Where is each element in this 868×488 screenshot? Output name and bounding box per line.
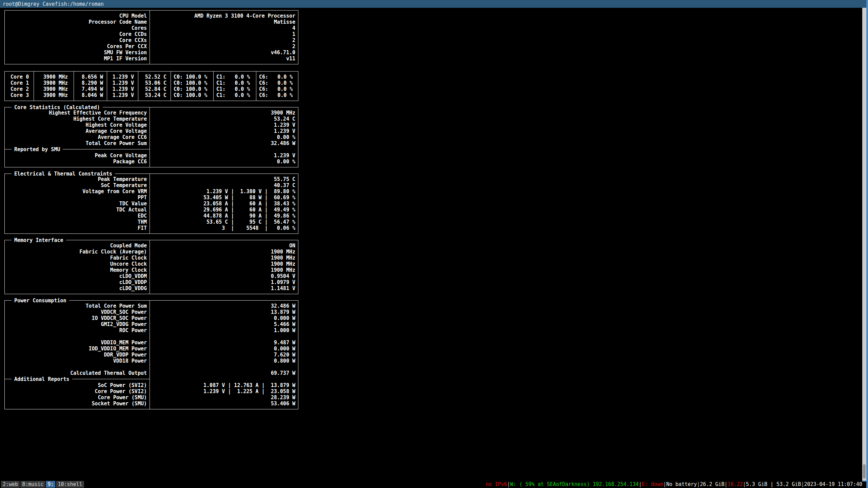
stat-value: 1.1481 V <box>150 285 298 291</box>
stat-value: 53.406 W <box>150 401 298 407</box>
stat-label: Processor Code Name <box>5 19 150 25</box>
column-divider <box>150 11 150 64</box>
ryzen-monitor-output: CPU ModelAMD Ryzen 3 3100 4-Core Process… <box>4 8 298 409</box>
stat-row: Uncore Clock1900 MHz <box>5 261 298 267</box>
stat-label: EDC <box>5 213 150 219</box>
stat-value: 0.9504 V <box>150 273 298 279</box>
tmux-window-tab[interactable]: 8:music <box>20 481 45 488</box>
column-divider <box>150 174 150 233</box>
tmux-window-tab[interactable]: 9: <box>46 481 55 488</box>
status-separator: | <box>639 481 642 487</box>
core-power-cell: 8.290 W <box>74 80 107 86</box>
table-column-line <box>107 72 107 101</box>
stat-value: 23.058 A | 60 A | 38.43 % <box>150 201 298 207</box>
stat-value: AMD Ryzen 3 3100 4-Core Processor <box>150 13 298 19</box>
section-title: Power Consumption <box>12 298 69 304</box>
stat-value: 1900 MHz <box>150 267 298 273</box>
stat-label: Calculated Thermal Output <box>5 370 150 376</box>
stat-row: TDC Value23.058 A | 60 A | 38.43 % <box>5 201 298 207</box>
status-segment: 16.22 <box>728 481 743 487</box>
stat-label: ROC Power <box>5 327 150 333</box>
stat-value: 7.620 W <box>150 352 298 358</box>
stat-label: Total Core Power Sum <box>5 303 150 309</box>
stat-label: PPT <box>5 195 150 201</box>
stat-value: 1.239 V <box>150 152 298 159</box>
section-subheader: Additional Reports <box>5 376 298 382</box>
stat-value: 28.239 W <box>150 394 298 401</box>
stat-value: 53.405 W | 88 W | 60.69 % <box>150 195 298 201</box>
core-temperature-cell: 52.52 C <box>138 74 171 80</box>
core-name-cell: Core 0 <box>5 74 34 80</box>
section-subheader: Reported by SMU <box>5 146 298 152</box>
blank-row <box>5 333 298 340</box>
tmux-window-tab[interactable]: 10:shell <box>56 481 84 488</box>
core-power-cell: 7.494 W <box>74 86 107 92</box>
section-title: Electrical & Thermal Constraints <box>12 171 115 177</box>
stat-value: 3900 MHz <box>150 110 298 116</box>
column-divider <box>150 301 150 409</box>
stat-row: Socket Power (SMU)53.406 W <box>5 401 298 407</box>
tmux-window-list: 2:web8:music9:10:shell <box>1 481 84 488</box>
stat-row: Core Power (SVI2) 1.239 V | 1.225 A | 23… <box>5 388 298 394</box>
stat-section-box: Core Statistics (Calculated)Highest Effe… <box>4 107 298 167</box>
stat-section-box: Memory InterfaceCoupled ModeONFabric Clo… <box>4 240 298 294</box>
subheader-label: Additional Reports <box>12 376 72 382</box>
stat-label: FIT <box>5 225 150 231</box>
table-column-line <box>74 72 74 101</box>
core-table-row: Core 23900 MHz7.494 W1.239 V52.84 CC0: 1… <box>5 86 298 92</box>
stat-value: 2 <box>150 37 298 43</box>
stat-row: SMU FW Versionv46.71.0 <box>5 49 298 56</box>
stat-label: IO VDDCR_SOC Power <box>5 315 150 321</box>
stat-label: Average Core Voltage <box>5 128 150 134</box>
stat-value: 1.239 V | 1.380 V | 89.80 % <box>150 188 298 195</box>
tmux-window-tab[interactable]: 2:web <box>1 481 20 488</box>
stat-section-box: Electrical & Thermal ConstraintsPeak Tem… <box>4 174 298 234</box>
stat-label: Highest Effective Core Frequency <box>5 110 150 116</box>
status-segment: no IPv6 <box>486 481 507 487</box>
stat-label: VDD18 Power <box>5 358 150 364</box>
stat-label: Cores Per CCX <box>5 43 150 49</box>
stat-row: Peak Temperature55.75 C <box>5 176 298 182</box>
stat-row: Average Core Voltage1.239 V <box>5 128 298 134</box>
stat-value: 4 <box>150 25 298 31</box>
table-column-line <box>171 72 171 101</box>
core-temperature-cell: 52.84 C <box>138 86 171 92</box>
stat-row: Peak Core Voltage1.239 V <box>5 152 298 159</box>
stat-row: EDC44.878 A | 90 A | 49.86 % <box>5 213 298 219</box>
stat-value: 1 <box>150 31 298 37</box>
stat-row: Package CC60.00 % <box>5 159 298 165</box>
stat-label: Core Power (SVI2) <box>5 388 150 394</box>
stat-value: 55.75 C <box>150 176 298 182</box>
stat-row: Coupled ModeON <box>5 243 298 249</box>
stat-value: 29.696 A | 60 A | 49.49 % <box>150 207 298 213</box>
stat-row: CPU ModelAMD Ryzen 3 3100 4-Core Process… <box>5 13 298 19</box>
core-table-box: Core 03900 MHz8.656 W1.239 V52.52 CC0: 1… <box>4 71 298 101</box>
stat-label: THM <box>5 219 150 225</box>
stat-row: Cores Per CCX2 <box>5 43 298 49</box>
core-frequency-cell: 3900 MHz <box>34 92 74 98</box>
stat-label: TDC Value <box>5 201 150 207</box>
core-frequency-cell: 3900 MHz <box>34 80 74 86</box>
stat-value: 2 <box>150 43 298 49</box>
stat-label: SoC Power (SVI2) <box>5 382 150 388</box>
core-c1-state-cell: C1: 0.0 % <box>213 74 256 80</box>
status-segment: E: down <box>642 481 663 487</box>
stat-value: 1900 MHz <box>150 261 298 267</box>
scrollbar-thumb[interactable] <box>863 464 866 479</box>
stat-label: VDDCR_SOC Power <box>5 309 150 315</box>
stat-row: VDDCR_SOC Power13.879 W <box>5 309 298 315</box>
stat-row: Voltage from Core VRM 1.239 V | 1.380 V … <box>5 188 298 195</box>
core-name-cell: Core 1 <box>5 80 34 86</box>
blank-row <box>5 364 298 370</box>
stat-row: VDDIO_MEM Power9.487 W <box>5 340 298 346</box>
scrollbar-track[interactable] <box>862 8 866 482</box>
core-c6-state-cell: C6: 0.0 % <box>256 92 298 98</box>
stat-row: Core CCDs1 <box>5 31 298 37</box>
core-c6-state-cell: C6: 0.0 % <box>256 86 298 92</box>
stat-row: Highest Effective Core Frequency3900 MHz <box>5 110 298 116</box>
stat-row: Total Core Power Sum32.486 W <box>5 140 298 146</box>
table-column-line <box>138 72 138 101</box>
stat-row: Calculated Thermal Output69.737 W <box>5 370 298 376</box>
stat-value: 69.737 W <box>150 370 298 376</box>
stat-label: Peak Core Voltage <box>5 152 150 159</box>
